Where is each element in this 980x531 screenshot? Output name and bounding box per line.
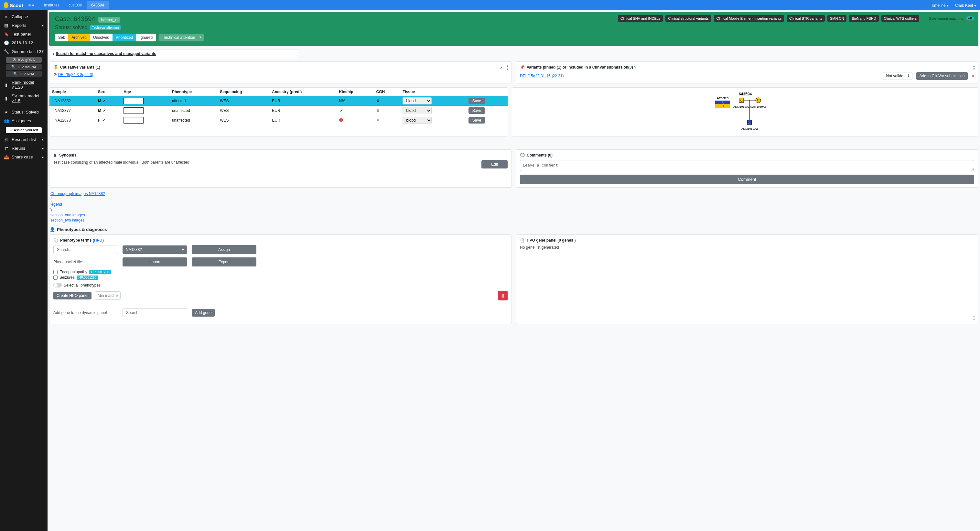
pinned-scroll[interactable]: ▲▼ (972, 64, 975, 71)
remove-causative-icon[interactable]: × (500, 66, 503, 70)
seg-ignored[interactable]: Ignored (136, 33, 156, 41)
igv-rna-button[interactable]: 🔍IGV RNA (6, 71, 42, 77)
clin-str[interactable]: Clinical STR variants (787, 15, 825, 22)
hpo-link[interactable]: HPO (94, 238, 102, 243)
causative-scroll[interactable]: ▲▼ (506, 64, 509, 71)
assign-button[interactable]: Assign (192, 245, 256, 254)
igv-gdna-button[interactable]: ⦿IGV gDNA (6, 57, 42, 63)
seg-archived[interactable]: Archived (68, 33, 90, 41)
sample-kinship (337, 106, 374, 116)
clin-smn[interactable]: SMN CN (827, 15, 846, 22)
crumb-case[interactable]: 643594 (87, 1, 109, 10)
pedigree-card: 643594 Affected A U U U A ADM1059A1 ADM1… (512, 87, 978, 137)
sidebar-status[interactable]: ★Status: Solved (0, 108, 48, 116)
safe-matching-toggle[interactable]: off (966, 16, 974, 21)
import-button[interactable]: Import (123, 258, 187, 267)
comments-card: 💬Comments (0) Comment (516, 149, 978, 188)
chromograph-link[interactable]: Chromograph images NA12882 (51, 191, 978, 196)
section2-link[interactable]: section_two images (51, 218, 978, 223)
sidebar-collapse[interactable]: «Collapse (0, 12, 48, 21)
phenotype-checkbox[interactable] (53, 275, 57, 280)
status-label: Status: solved (55, 25, 88, 30)
sample-kinship: N/A (337, 96, 374, 106)
sidebar-reruns[interactable]: ⇄Reruns▸ (0, 144, 48, 153)
not-validated-select[interactable]: Not validated (883, 72, 912, 80)
pinned-variant-link[interactable]: DEL(15q22.31-15q22.31) (520, 74, 563, 78)
chart-icon: ▮ (4, 96, 8, 101)
search-causatives[interactable]: Search for matching causatives and manag… (49, 49, 298, 58)
crumb-cust[interactable]: cust000 (64, 1, 87, 10)
comment-input[interactable] (520, 160, 974, 171)
seg-prioritized[interactable]: Prioritized (113, 33, 136, 41)
tissue-select[interactable]: blood (402, 107, 432, 114)
phenotype-checkbox[interactable] (53, 270, 57, 274)
tissue-select[interactable]: blood (402, 97, 432, 105)
set-label: Set: (55, 33, 68, 41)
download-icon[interactable]: ⬇ (376, 99, 380, 103)
download-icon[interactable]: ⬇ (376, 118, 380, 122)
sidebar-date[interactable]: 🕘2016-10-12 (0, 38, 48, 47)
image-links: Chromograph images NA12882 (legend) sect… (51, 191, 978, 223)
synopsis-card: 🗎Synopsis Test case consisting of an aff… (49, 149, 512, 188)
clin-snv[interactable]: Clinical SNV and INDELs (618, 15, 663, 22)
sidebar-rankmodel[interactable]: ▮Rank model v.1.20 (0, 78, 48, 92)
tissue-select[interactable]: blood (402, 117, 432, 124)
section1-link[interactable]: section_one images (51, 213, 978, 217)
sidebar-panel[interactable]: 🔖Test panel (0, 30, 48, 38)
igv-mtdna-button[interactable]: 🔍IGV mtDNA (6, 64, 42, 70)
sidebar-assignees[interactable]: 👥Assignees (0, 116, 48, 125)
save-sample-button[interactable]: Save (468, 98, 485, 104)
assign-yourself-button[interactable]: ♡ Assign yourself (6, 127, 42, 133)
menu-icon[interactable]: ≡ ▾ (29, 3, 34, 8)
sidebar-svrankmodel[interactable]: ▮SV rank model v.1.5 (0, 92, 48, 105)
legend-link[interactable]: legend (51, 202, 978, 207)
clin-sv[interactable]: Clinical structural variants (665, 15, 711, 22)
age-input[interactable] (124, 98, 143, 104)
clin-wts[interactable]: Clinical WTS outliers (881, 15, 919, 22)
min-matches-input[interactable] (95, 291, 121, 300)
tech-attention-dropdown[interactable]: Technical attention (159, 33, 204, 41)
nav-user[interactable]: Clark Kent ▾ (955, 3, 976, 8)
svg-text:A: A (721, 101, 723, 104)
nav-timeline[interactable]: Timeline ▾ (931, 3, 949, 8)
add-clinvar-button[interactable]: Add to ClinVar submission (916, 72, 968, 80)
save-sample-button[interactable]: Save (468, 107, 485, 114)
sidebar-research[interactable]: 🎓Research list▸ (0, 135, 48, 144)
export-button[interactable]: Export (192, 258, 256, 267)
status-segment: Set: Archived Unsolved Prioritized Ignor… (55, 33, 156, 41)
edit-synopsis-button[interactable]: Edit (481, 160, 508, 169)
age-input[interactable] (124, 117, 143, 124)
sample-id: NA12882 (49, 96, 95, 106)
age-input[interactable] (124, 107, 143, 114)
delete-phenotypes-button[interactable]: 🗑 (498, 291, 508, 300)
add-gene-button[interactable]: Add gene (192, 309, 215, 316)
sample-select[interactable]: NA12882▾ (123, 245, 187, 254)
pinned-card: 📌Variants pinned (1) or included in a Cl… (516, 62, 978, 83)
sidebar-share[interactable]: 📤Share case▸ (0, 153, 48, 161)
hpo-panel-scroll[interactable]: ▲▼ (972, 315, 975, 321)
hpo-code-chip[interactable]: HP:0001250 (76, 275, 99, 280)
select-all-toggle[interactable] (53, 283, 62, 288)
clin-mei[interactable]: Clinical Mobile Element Insertion varian… (714, 15, 784, 22)
download-icon[interactable]: ⬇ (376, 108, 380, 113)
pinned-help[interactable]: ? (634, 65, 636, 70)
add-gene-search-input[interactable] (123, 308, 187, 317)
synopsis-title: Synopsis (59, 153, 76, 157)
seg-unsolved[interactable]: Unsolved (90, 33, 113, 41)
create-hpo-panel-button[interactable]: Create HPO panel (53, 292, 92, 299)
causative-variant-link[interactable]: DEL(8q24.3-8q24.3) (58, 72, 94, 77)
phenotype-title: Phenotype terms (HPO) (60, 238, 104, 243)
clin-bionano[interactable]: BioNano FSHD (849, 15, 878, 22)
comment-button[interactable]: Comment (520, 175, 974, 184)
save-sample-button[interactable]: Save (468, 117, 485, 124)
sample-ancestry: EUR (269, 96, 336, 106)
sidebar-build[interactable]: 🔧Genome build 37 (0, 47, 48, 56)
remove-pinned-icon[interactable]: × (972, 74, 974, 79)
brand[interactable]: Scout (4, 2, 23, 8)
hpo-code-chip[interactable]: HP:0001298 (89, 270, 111, 274)
sidebar-reports[interactable]: ▤Reports▸ (0, 21, 48, 30)
star-icon: ★ (4, 110, 8, 114)
phenotype-search-input[interactable] (53, 245, 118, 254)
chevron-right-icon: ▸ (42, 138, 44, 141)
crumb-institutes[interactable]: Institutes (40, 1, 64, 10)
